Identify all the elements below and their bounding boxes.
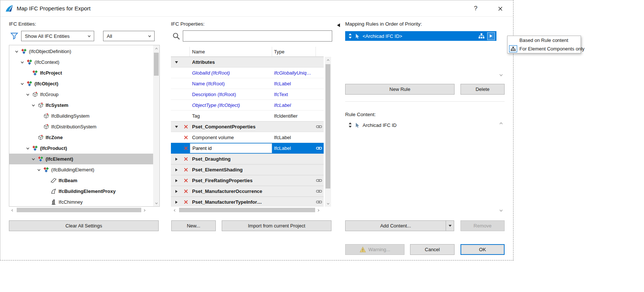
tree-item[interactable]: IfcProject (9, 68, 153, 78)
vertical-scrollbar[interactable] (325, 57, 331, 207)
scroll-down-icon[interactable] (499, 73, 503, 78)
tree-item[interactable]: (IfcBuildingElement) (9, 164, 153, 175)
scrollbar-thumb[interactable] (179, 208, 315, 212)
scroll-left-icon[interactable] (171, 207, 178, 213)
chevron-down-icon[interactable] (25, 92, 31, 98)
chevron-down-icon[interactable] (30, 102, 36, 108)
chevron-down-icon[interactable] (14, 49, 20, 55)
rule-scope-dropdown-button[interactable] (487, 32, 495, 40)
tree-item[interactable]: (IfcObject) (9, 78, 153, 89)
triangle-right-icon[interactable] (171, 158, 182, 161)
scrollbar-thumb[interactable] (154, 53, 159, 76)
entity-class-dropdown[interactable]: All (103, 31, 155, 41)
horizontal-scrollbar[interactable] (171, 207, 324, 213)
chevron-down-icon[interactable] (19, 81, 25, 87)
menu-item-based-on-rule-content[interactable]: Based on Rule content (508, 36, 581, 45)
scroll-up-icon[interactable] (153, 45, 159, 52)
unmapped-x-icon[interactable] (182, 189, 190, 194)
property-row[interactable]: GlobalId (IfcRoot) IfcGloballyUniq… (171, 68, 324, 78)
scrollbar-thumb[interactable] (326, 64, 330, 188)
chevron-down-icon[interactable] (36, 167, 42, 173)
filter-icon[interactable] (10, 32, 18, 40)
property-group-row[interactable]: Pset_ElementShading (171, 164, 324, 175)
show-entities-dropdown[interactable]: Show All IFC Entities (21, 31, 94, 41)
scroll-right-icon[interactable] (315, 207, 321, 213)
tree-item[interactable]: IfcChimney (9, 197, 153, 207)
remove-content-button[interactable]: Remove (460, 220, 505, 231)
tree-item[interactable]: IfcBeam (9, 175, 153, 186)
triangle-down-icon (449, 225, 452, 227)
help-button[interactable]: ? (471, 4, 480, 13)
tree-item[interactable]: (IfcObjectDefinition) (9, 46, 153, 57)
column-header-name[interactable]: Name (190, 47, 272, 56)
triangle-right-icon[interactable] (171, 201, 182, 204)
property-row[interactable]: Tag IfcIdentifier (171, 111, 324, 121)
triangle-right-icon[interactable] (171, 168, 182, 171)
ok-button[interactable]: OK (460, 244, 505, 255)
property-group-row[interactable]: Pset_FireRatingProperties (171, 175, 324, 186)
property-row[interactable]: Description (IfcRoot) IfcText (171, 89, 324, 100)
close-button[interactable] (495, 4, 505, 13)
reorder-grip-icon[interactable] (348, 33, 352, 39)
unmapped-x-icon[interactable] (182, 178, 190, 183)
tree-item-selected[interactable]: (IfcElement) (9, 154, 153, 164)
warning-button[interactable]: Warning... (345, 244, 404, 255)
scroll-left-icon[interactable] (9, 207, 15, 213)
property-group-row[interactable]: Pset_ManufacturerOccurrence (171, 186, 324, 197)
import-from-project-button[interactable]: Import from current Project (222, 220, 331, 231)
unmapped-x-icon[interactable] (182, 124, 190, 129)
unmapped-x-icon[interactable] (182, 146, 190, 151)
scroll-down-icon[interactable] (325, 200, 331, 207)
tree-item[interactable]: IfcBuildingSystem (9, 111, 153, 121)
delete-rule-button[interactable]: Delete (460, 84, 505, 95)
reorder-grip-icon[interactable] (348, 122, 352, 128)
search-input[interactable] (183, 30, 332, 42)
mapping-rule-row-selected[interactable]: <Archicad IFC ID> (345, 31, 496, 41)
unmapped-x-icon[interactable] (182, 167, 190, 172)
triangle-down-icon[interactable] (171, 126, 182, 128)
clear-all-settings-button[interactable]: Clear All Settings (9, 220, 159, 231)
chevron-down-icon[interactable] (19, 59, 25, 65)
tree-item[interactable]: IfcBuildingElementProxy (9, 186, 153, 197)
property-row[interactable]: Name (IfcRoot) IfcLabel (171, 78, 324, 89)
property-group-row[interactable]: Pset_ComponentProperties (171, 121, 324, 132)
property-group-row[interactable]: Pset_Draughting (171, 154, 324, 164)
new-rule-button[interactable]: New Rule (345, 84, 455, 95)
tree-item[interactable]: IfcGroup (9, 89, 153, 100)
unmapped-x-icon[interactable] (182, 200, 190, 204)
scroll-down-icon[interactable] (153, 200, 159, 206)
scroll-up-icon[interactable] (325, 57, 331, 63)
menu-item-for-element-components-only[interactable]: For Element Components only (508, 45, 581, 53)
triangle-down-icon[interactable] (171, 61, 182, 63)
property-row[interactable]: Component volume IfcLabel (171, 132, 324, 143)
triangle-right-icon[interactable] (171, 190, 182, 193)
collapse-panel-icon[interactable] (337, 23, 340, 27)
property-group-row[interactable]: Pset_ManufacturerTypeInfor… (171, 197, 324, 207)
scrollbar-thumb[interactable] (17, 208, 141, 212)
tree-item[interactable]: (IfcProduct) (9, 143, 153, 154)
rule-content-row[interactable]: Archicad IFC ID (345, 120, 496, 130)
column-header-type[interactable]: Type (272, 47, 316, 56)
property-name-edit-field[interactable]: Parent id (190, 143, 272, 153)
scroll-up-icon[interactable] (499, 121, 503, 126)
new-property-button[interactable]: New... (171, 220, 216, 231)
vertical-scrollbar[interactable] (153, 45, 159, 206)
triangle-right-icon[interactable] (171, 179, 182, 182)
add-content-button[interactable]: Add Content... (345, 220, 446, 231)
tree-item[interactable]: (IfcContext) (9, 57, 153, 68)
unmapped-x-icon[interactable] (182, 157, 190, 161)
scroll-down-icon[interactable] (499, 208, 503, 213)
horizontal-scrollbar[interactable] (9, 207, 150, 213)
property-row[interactable]: ObjectType (IfcObject) IfcLabel (171, 100, 324, 111)
tree-item[interactable]: IfcDistributionSystem (9, 121, 153, 132)
cancel-button[interactable]: Cancel (410, 244, 455, 255)
tree-item[interactable]: IfcZone (9, 132, 153, 143)
scroll-right-icon[interactable] (141, 207, 148, 213)
chevron-down-icon[interactable] (25, 145, 31, 151)
add-content-dropdown-button[interactable] (446, 220, 454, 231)
unmapped-x-icon[interactable] (182, 135, 190, 140)
chevron-down-icon[interactable] (30, 156, 36, 162)
property-row-selected[interactable]: Parent id IfcLabel (171, 143, 324, 154)
property-group-row[interactable]: Attributes (171, 57, 324, 68)
tree-item[interactable]: IfcSystem (9, 100, 153, 111)
